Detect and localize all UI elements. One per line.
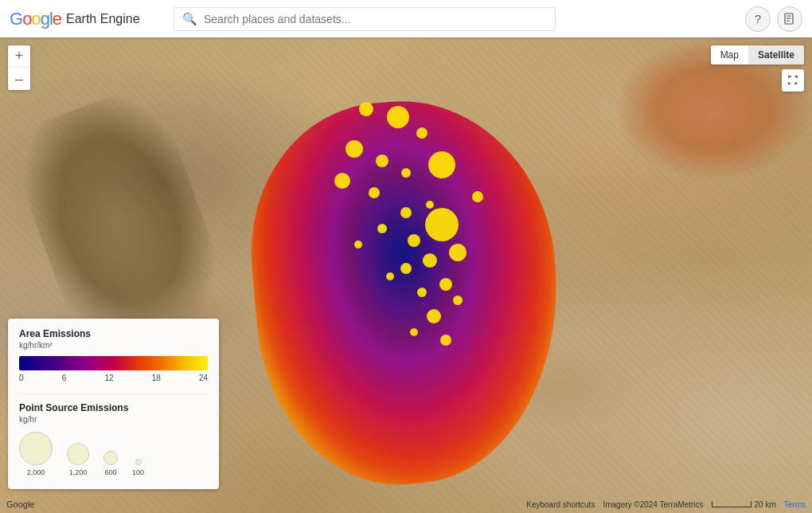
fullscreen-button[interactable] (782, 69, 804, 92)
point-source-dot (453, 296, 463, 305)
docs-button[interactable] (777, 6, 802, 32)
search-input[interactable] (204, 13, 547, 25)
keyboard-shortcuts-link[interactable]: Keyboard shortcuts (526, 500, 595, 509)
point-source-dot (334, 173, 350, 189)
scale-label-18: 18 (152, 374, 161, 382)
area-emissions-section: Area Emissions kg/hr/km² 0 6 12 18 24 (19, 328, 208, 382)
zoom-in-button[interactable]: + (8, 45, 30, 68)
point-circle-item: 100 (132, 459, 144, 476)
gradient-labels: 0 6 12 18 24 (19, 374, 208, 382)
point-circle-label: 100 (132, 468, 144, 476)
point-circle-label: 600 (104, 468, 116, 476)
point-source-dot (369, 187, 380, 198)
zoom-controls: + – (8, 45, 30, 90)
imagery-attribution: Imagery ©2024 TerraMetrics (603, 500, 703, 509)
scale-label-0: 0 (19, 374, 24, 382)
point-circle-label: 2,000 (27, 468, 45, 476)
point-circles-row: 2,0001,200600100 (19, 432, 208, 476)
point-source-dot (410, 328, 418, 336)
search-bar[interactable]: 🔍 (174, 7, 556, 31)
point-circle-item: 600 (103, 451, 118, 476)
point-circle-item: 2,000 (19, 432, 53, 476)
point-circle (103, 451, 118, 465)
area-emissions-title: Area Emissions (19, 328, 208, 339)
zoom-out-button[interactable]: – (8, 68, 30, 90)
legend-divider (19, 394, 208, 394)
point-source-section: Point Source Emissions kg/hr 2,0001,2006… (19, 402, 208, 476)
point-circle (19, 432, 53, 465)
point-source-dot (426, 201, 434, 209)
point-source-dot (345, 140, 363, 158)
google-watermark: Google (6, 499, 34, 509)
google-logo: Google (10, 9, 61, 29)
logo-area: Google Earth Engine (10, 9, 161, 29)
point-source-title: Point Source Emissions (19, 402, 208, 413)
point-source-dot (425, 208, 459, 241)
point-source-unit: kg/hr (19, 415, 208, 424)
point-circle (67, 443, 89, 465)
header-actions: ? (745, 6, 802, 32)
point-source-dot (416, 127, 427, 139)
scale-label: 20 km (755, 500, 776, 509)
scale-label-24: 24 (199, 374, 208, 382)
color-gradient-bar (19, 356, 208, 370)
point-source-dot (417, 288, 427, 297)
scale-bar: 20 km (712, 500, 776, 509)
point-source-dot (354, 241, 362, 249)
point-source-dot (423, 253, 437, 268)
app-title: Earth Engine (66, 12, 140, 26)
map-type-satellite-button[interactable]: Satellite (748, 45, 804, 65)
point-source-dot (439, 278, 452, 291)
terms-link[interactable]: Terms (784, 500, 806, 509)
point-source-dot (408, 234, 420, 247)
point-source-dot (376, 155, 388, 167)
help-button[interactable]: ? (745, 6, 771, 32)
point-source-dot (377, 224, 387, 233)
scale-line (712, 501, 751, 507)
bottom-right-info: Keyboard shortcuts Imagery ©2024 TerraMe… (526, 500, 806, 509)
point-source-dot (472, 191, 483, 202)
point-source-dot (440, 335, 451, 346)
point-source-dot (449, 244, 467, 261)
point-source-dot (359, 102, 373, 116)
scale-label-6: 6 (62, 374, 67, 382)
point-source-dot (387, 106, 409, 128)
point-source-dot (401, 168, 411, 178)
point-source-dot (386, 272, 394, 280)
map-type-switcher: Map Satellite (711, 45, 804, 65)
point-source-dot (428, 151, 455, 178)
map-container[interactable]: + – Map Satellite Area Emissions kg/hr/k… (0, 37, 812, 513)
area-emissions-unit: kg/hr/km² (19, 341, 208, 350)
scale-label-12: 12 (104, 374, 113, 382)
point-source-dot (400, 207, 412, 218)
search-icon: 🔍 (182, 12, 197, 26)
point-circle-item: 1,200 (67, 443, 89, 476)
header: Google Earth Engine 🔍 ? (0, 0, 812, 37)
point-source-dot (427, 309, 441, 323)
legend-panel: Area Emissions kg/hr/km² 0 6 12 18 24 Po… (8, 319, 219, 489)
point-source-dot (400, 263, 412, 274)
bottom-bar: Google Keyboard shortcuts Imagery ©2024 … (0, 495, 812, 513)
point-circle-label: 1,200 (69, 468, 88, 476)
map-type-map-button[interactable]: Map (711, 45, 748, 65)
point-circle (135, 459, 142, 465)
